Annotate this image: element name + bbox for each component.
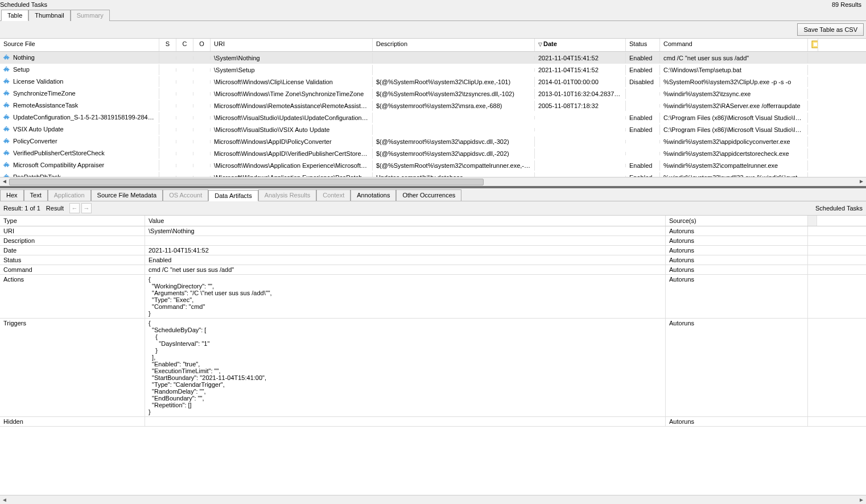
results-count: 89 Results bbox=[832, 1, 864, 8]
scroll-left-arrow[interactable]: ◄ bbox=[0, 177, 9, 187]
cell-status: Enabled bbox=[626, 125, 660, 135]
col-o[interactable]: O bbox=[193, 39, 211, 51]
tab-os-account: OS Account bbox=[163, 189, 208, 201]
detail-row[interactable]: Triggers{ "ScheduleByDay": [ { "DaysInte… bbox=[0, 319, 866, 417]
task-icon bbox=[3, 90, 11, 97]
cell-date bbox=[535, 116, 626, 119]
detail-table: Type Value Source(s) URI\System\NothingA… bbox=[0, 216, 866, 495]
col-command[interactable]: Command bbox=[660, 39, 808, 51]
cell-uri: Microsoft\Windows\AppID\PolicyConverter bbox=[211, 137, 373, 147]
bottom-scroll-right[interactable]: ► bbox=[857, 497, 866, 503]
cell-status bbox=[626, 140, 660, 143]
col-s[interactable]: S bbox=[159, 39, 176, 51]
save-csv-button[interactable]: Save Table as CSV bbox=[797, 23, 864, 36]
bottom-horizontal-scrollbar[interactable]: ◄ ► bbox=[0, 495, 866, 504]
table-row[interactable]: UpdateConfiguration_S-1-5-21-3819158199-… bbox=[0, 111, 866, 123]
table-row[interactable]: PcaPatchDbTask\Microsoft\Windows\Applica… bbox=[0, 171, 866, 177]
col-uri[interactable]: URI bbox=[211, 39, 373, 51]
detail-row[interactable]: StatusEnabledAutoruns bbox=[0, 255, 866, 265]
cell-uri: \Microsoft\VisualStudio\VSIX Auto Update bbox=[211, 125, 373, 135]
cell-sourcefile: Setup bbox=[0, 64, 159, 76]
table-row[interactable]: VerifiedPublisherCertStoreCheckMicrosoft… bbox=[0, 147, 866, 159]
task-icon bbox=[3, 114, 11, 121]
detail-row[interactable]: Actions{ "WorkingDirectory": "", "Argume… bbox=[0, 275, 866, 319]
dcol-type[interactable]: Type bbox=[0, 216, 145, 226]
cell-command: %windir%\system32\appidpolicyconverter.e… bbox=[660, 137, 808, 147]
page-title: Scheduled Tasks bbox=[0, 1, 47, 8]
table-row[interactable]: VSIX Auto Update\Microsoft\VisualStudio\… bbox=[0, 123, 866, 135]
scrollbar-thumb[interactable] bbox=[9, 179, 484, 185]
detail-type: Triggers bbox=[0, 319, 145, 416]
cell-desc: $(@%SystemRoot%\system32\compattelrunner… bbox=[373, 160, 535, 171]
col-settings-icon[interactable] bbox=[808, 39, 818, 51]
table-row[interactable]: License Validation\Microsoft\Windows\Cli… bbox=[0, 76, 866, 88]
header-bar: Scheduled Tasks 89 Results bbox=[0, 0, 866, 9]
cell-date bbox=[535, 152, 626, 155]
col-date[interactable]: ▽Date bbox=[535, 39, 626, 51]
tasks-table: Source File S C O URI Description ▽Date … bbox=[0, 38, 866, 186]
cell-uri: \Microsoft\Windows\Clip\License Validati… bbox=[211, 77, 373, 87]
dcol-value[interactable]: Value bbox=[145, 216, 666, 226]
cell-status: Enabled bbox=[626, 65, 660, 75]
table-row[interactable]: Nothing\System\Nothing2021-11-04T15:41:5… bbox=[0, 52, 866, 64]
next-result-button[interactable]: → bbox=[81, 203, 92, 213]
tab-other-occurrences[interactable]: Other Occurrences bbox=[396, 189, 461, 201]
detail-type: Status bbox=[0, 255, 145, 265]
tab-source-file-metadata[interactable]: Source File Metadata bbox=[91, 189, 163, 201]
dcol-source[interactable]: Source(s) bbox=[666, 216, 808, 226]
tab-thumbnail[interactable]: Thumbnail bbox=[28, 10, 70, 21]
tab-text[interactable]: Text bbox=[24, 189, 48, 201]
tab-annotations[interactable]: Annotations bbox=[350, 189, 396, 201]
col-status[interactable]: Status bbox=[626, 39, 660, 51]
detail-type: Date bbox=[0, 246, 145, 255]
detail-source: Autoruns bbox=[666, 417, 808, 426]
detail-row[interactable]: DescriptionAutoruns bbox=[0, 236, 866, 246]
detail-type: Actions bbox=[0, 275, 145, 318]
table-row[interactable]: Microsoft Compatibility Appraiser\Micros… bbox=[0, 159, 866, 171]
col-c[interactable]: C bbox=[176, 39, 193, 51]
table-row[interactable]: PolicyConverterMicrosoft\Windows\AppID\P… bbox=[0, 135, 866, 147]
detail-row[interactable]: Commandcmd /C "net user sus sus /add"Aut… bbox=[0, 265, 866, 275]
tab-hex[interactable]: Hex bbox=[0, 189, 24, 201]
task-icon bbox=[3, 162, 11, 169]
table-row[interactable]: Setup\System\Setup2021-11-04T15:41:52Ena… bbox=[0, 64, 866, 76]
cell-uri: Microsoft\Windows\AppID\VerifiedPublishe… bbox=[211, 148, 373, 159]
detail-type: Description bbox=[0, 236, 145, 245]
detail-source: Autoruns bbox=[666, 255, 808, 265]
cell-date bbox=[535, 164, 626, 167]
cell-command: %windir%\system32\RAServer.exe /offerrau… bbox=[660, 101, 808, 111]
cell-status bbox=[626, 152, 660, 155]
tab-data-artifacts[interactable]: Data Artifacts bbox=[208, 190, 258, 201]
cell-desc: $(@%SystemRoot%\system32\tzsyncres.dll,-… bbox=[373, 89, 535, 99]
detail-row[interactable]: HiddenAutoruns bbox=[0, 417, 866, 427]
view-tabs: TableThumbnailSummary bbox=[0, 9, 866, 21]
table-body[interactable]: Nothing\System\Nothing2021-11-04T15:41:5… bbox=[0, 52, 866, 177]
detail-body[interactable]: URI\System\NothingAutorunsDescriptionAut… bbox=[0, 226, 866, 495]
table-row[interactable]: SynchronizeTimeZone\Microsoft\Windows\Ti… bbox=[0, 88, 866, 100]
cell-desc: $(@%SystemRoot%\system32\ClipUp.exe,-101… bbox=[373, 77, 535, 87]
prev-result-button[interactable]: ← bbox=[69, 203, 80, 213]
cell-uri: Microsoft\Windows\RemoteAssistance\Remot… bbox=[211, 101, 373, 111]
action-bar: Save Table as CSV bbox=[0, 21, 866, 38]
detail-row[interactable]: URI\System\NothingAutoruns bbox=[0, 226, 866, 236]
cell-uri: \System\Setup bbox=[211, 65, 373, 75]
cell-command: cmd /C "net user sus sus /add" bbox=[660, 53, 808, 63]
cell-command: %windir%\system32\rundll32.exe %windir%\… bbox=[660, 172, 808, 177]
cell-command: C:\Program Files (x86)\Microsoft Visual … bbox=[660, 113, 808, 123]
tab-table[interactable]: Table bbox=[1, 10, 28, 21]
scroll-right-arrow[interactable]: ► bbox=[857, 177, 866, 187]
detail-row[interactable]: Date2021-11-04T15:41:52Autoruns bbox=[0, 246, 866, 255]
bottom-scroll-left[interactable]: ◄ bbox=[0, 497, 9, 503]
cell-status: Enabled bbox=[626, 172, 660, 177]
cell-uri: \Microsoft\Windows\Time Zone\Synchronize… bbox=[211, 89, 373, 99]
cell-command: %SystemRoot%\system32\ClipUp.exe -p -s -… bbox=[660, 77, 808, 87]
col-sourcefile[interactable]: Source File bbox=[0, 39, 159, 51]
table-row[interactable]: RemoteAssistanceTaskMicrosoft\Windows\Re… bbox=[0, 100, 866, 111]
horizontal-scrollbar[interactable]: ◄ ► bbox=[0, 177, 866, 186]
content-viewer-tabs: HexTextApplicationSource File MetadataOS… bbox=[0, 186, 866, 201]
tab-application: Application bbox=[48, 189, 91, 201]
col-description[interactable]: Description bbox=[373, 39, 535, 51]
task-icon bbox=[3, 102, 11, 109]
detail-value: \System\Nothing bbox=[145, 226, 666, 236]
cell-desc bbox=[373, 116, 535, 119]
